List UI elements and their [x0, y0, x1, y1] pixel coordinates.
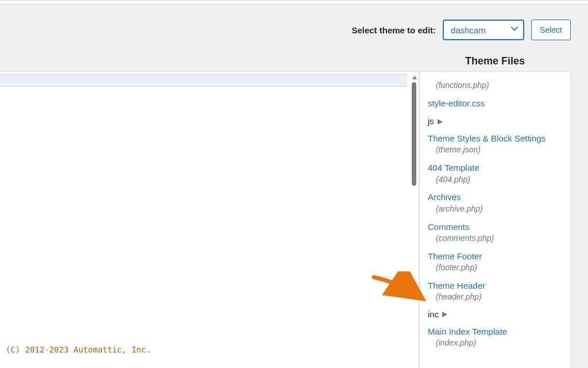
file-secondary-label: (theme.json): [428, 144, 560, 155]
caret-right-icon: ▶: [438, 117, 443, 125]
code-editor-area[interactable]: (C) 2012-2023 Automattic, Inc.: [0, 71, 419, 368]
editor-active-line-highlight: [0, 74, 407, 87]
file-archive[interactable]: Archives (archive.php): [428, 188, 560, 217]
file-comments[interactable]: Comments (comments.php): [428, 218, 560, 247]
file-primary-label: style-editor.css: [428, 98, 560, 109]
file-style-editor[interactable]: style-editor.css: [428, 94, 560, 113]
file-secondary-label: (archive.php): [428, 204, 560, 214]
file-functions[interactable]: (functions.php): [428, 76, 560, 94]
folder-js[interactable]: js ▶: [428, 113, 560, 129]
folder-label: inc: [428, 309, 439, 319]
editor-scrollbar[interactable]: [411, 75, 417, 352]
file-primary-label: 404 Template: [428, 162, 560, 174]
caret-right-icon: ▶: [442, 310, 447, 318]
file-primary-label: Theme Footer: [428, 251, 560, 262]
file-secondary-label: (index.php): [428, 338, 560, 348]
theme-files-title: Theme Files: [419, 55, 571, 67]
theme-editor-page: Select theme to edit: dashcam Select The…: [0, 0, 588, 368]
file-secondary-label: (comments.php): [428, 233, 560, 244]
theme-select-wrap: dashcam: [443, 20, 524, 40]
file-404[interactable]: 404 Template (404.php): [428, 159, 560, 188]
file-primary-label: Theme Styles & Block Settings: [428, 133, 560, 144]
file-theme-json[interactable]: Theme Styles & Block Settings (theme.jso…: [428, 129, 560, 159]
folder-inc[interactable]: inc ▶: [428, 306, 560, 323]
editor-code-line: (C) 2012-2023 Automattic, Inc.: [6, 345, 151, 354]
file-secondary-label: (404.php): [428, 174, 560, 185]
theme-files-panel: (functions.php) style-editor.css js ▶ Th…: [419, 71, 571, 368]
file-footer[interactable]: Theme Footer (footer.php): [428, 247, 560, 277]
theme-files-list[interactable]: (functions.php) style-editor.css js ▶ Th…: [420, 72, 564, 368]
top-stripe: [0, 0, 588, 5]
select-button[interactable]: Select: [531, 20, 571, 40]
editor-scrollbar-thumb[interactable]: [412, 82, 416, 186]
file-secondary-label: (functions.php): [428, 80, 560, 91]
file-primary-label: Theme Header: [428, 280, 560, 292]
file-primary-label: Archives: [428, 191, 560, 203]
file-secondary-label: (header.php): [428, 292, 560, 302]
file-secondary-label: (footer.php): [428, 262, 560, 273]
theme-select-toolbar: Select theme to edit: dashcam Select: [351, 20, 571, 40]
file-index[interactable]: Main Index Template (index.php): [428, 323, 560, 352]
folder-label: js: [428, 116, 434, 126]
file-header[interactable]: Theme Header (header.php): [428, 277, 560, 306]
theme-select-dropdown[interactable]: dashcam: [443, 20, 524, 40]
select-theme-label: Select theme to edit:: [351, 25, 436, 35]
file-primary-label: Comments: [428, 221, 560, 233]
file-primary-label: Main Index Template: [428, 326, 560, 338]
